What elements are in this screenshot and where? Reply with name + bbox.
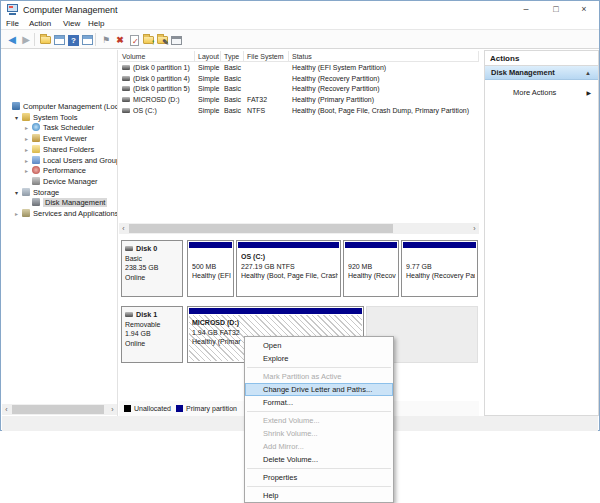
folder-up-icon[interactable]: ↑ — [141, 33, 155, 47]
console-box-icon[interactable] — [169, 33, 183, 47]
partition-text: 500 MBHealthy (EFI S — [192, 252, 231, 281]
scroll-left-icon[interactable]: ‹ — [119, 223, 128, 234]
close-button[interactable]: × — [571, 1, 597, 18]
menu-item-change-drive-letter-and-paths[interactable]: Change Drive Letter and Paths... — [245, 383, 393, 396]
partition-text: 920 MBHealthy (Recov — [348, 252, 396, 281]
column-header-status[interactable]: Status — [289, 51, 479, 62]
titlebar: Computer Management – □ × — [1, 1, 599, 18]
cell-file-system — [244, 62, 289, 73]
sidebar-item-disk-management[interactable]: Disk Management — [25, 197, 107, 208]
menu-help[interactable]: Help — [88, 19, 104, 28]
tree-item-label: Event Viewer — [43, 134, 87, 143]
sidebar-item-device-manager[interactable]: Device Manager — [25, 176, 98, 187]
tree-item-label: Performance — [43, 166, 86, 175]
disk-label[interactable]: Disk 0Basic238.35 GBOnline — [121, 240, 183, 297]
disk-size: 1.94 GB — [125, 329, 182, 339]
delete-icon[interactable] — [113, 33, 127, 47]
window-title: Computer Management — [23, 5, 118, 15]
partition-size: 920 MB — [348, 262, 396, 272]
maximize-button[interactable]: □ — [543, 1, 569, 18]
more-actions[interactable]: More Actions ▶ — [485, 87, 598, 99]
partition-500-mb[interactable]: 500 MBHealthy (EFI S — [187, 240, 234, 297]
partition-920-mb[interactable]: 920 MBHealthy (Recov — [343, 240, 399, 297]
chevron-collapsed-icon[interactable]: ▸ — [15, 209, 22, 220]
menu-action[interactable]: Action — [29, 19, 51, 28]
table-row[interactable]: (Disk 0 partition 1)SimpleBasicHealthy (… — [119, 62, 479, 73]
volume-icon — [122, 65, 130, 70]
menu-item-delete-volume[interactable]: Delete Volume... — [245, 453, 393, 466]
callout-icon[interactable] — [99, 33, 113, 47]
scroll-right-icon[interactable]: › — [470, 223, 479, 234]
tree-item-label: Disk Management — [43, 198, 107, 207]
tree-item-label: Device Manager — [43, 177, 98, 186]
menu-item-add-mirror: Add Mirror... — [245, 440, 393, 453]
more-actions-label: More Actions — [513, 88, 556, 97]
sidebar-item-shared-folders[interactable]: ▸Shared Folders — [25, 144, 94, 155]
menu-item-shrink-volume: Shrink Volume... — [245, 427, 393, 440]
scrollbar-thumb[interactable] — [12, 405, 104, 414]
sidebar-item-computer-management-local[interactable]: Computer Management (Local — [5, 101, 118, 112]
sidebar-item-services-and-applications[interactable]: ▸Services and Applications — [15, 208, 118, 219]
scrollbar-thumb[interactable] — [129, 224, 393, 233]
window-icon[interactable] — [52, 33, 66, 47]
disk-row-disk-0: Disk 0Basic238.35 GBOnline500 MBHealthy … — [119, 240, 479, 297]
scroll-left-icon[interactable]: ‹ — [2, 404, 11, 415]
chevron-expanded-icon[interactable]: ▾ — [15, 188, 22, 199]
tree-horizontal-scrollbar[interactable]: ‹ › — [2, 404, 117, 415]
menu-item-format[interactable]: Format... — [245, 396, 393, 409]
collapse-icon[interactable]: ▲ — [585, 66, 591, 80]
help-icon[interactable]: ? — [66, 33, 80, 47]
disk-status: Online — [125, 339, 182, 349]
column-header-file-system[interactable]: File System — [244, 51, 289, 62]
column-header-layout[interactable]: Layout — [195, 51, 221, 62]
tree-item-label: Services and Applications — [33, 209, 118, 218]
folder-edit-icon[interactable]: ✎ — [155, 33, 169, 47]
cell-layout: Simple — [195, 62, 221, 73]
column-header-volume[interactable]: Volume — [119, 51, 195, 62]
table-row[interactable]: OS (C:)SimpleBasicNTFSHealthy (Boot, Pag… — [119, 105, 479, 116]
menu-view[interactable]: View — [63, 19, 80, 28]
sidebar-item-event-viewer[interactable]: ▸Event Viewer — [25, 133, 87, 144]
console-tree-icon[interactable] — [38, 33, 52, 47]
performance-icon — [32, 166, 40, 174]
menu-file[interactable]: File — [6, 19, 19, 28]
partition-os-c[interactable]: OS (C:)227.19 GB NTFSHealthy (Boot, Page… — [236, 240, 341, 297]
chevron-right-icon: ▶ — [586, 87, 591, 99]
partition-9-77-gb[interactable]: 9.77 GBHealthy (Recovery Par — [401, 240, 478, 297]
actions-group-disk-management[interactable]: Disk Management ▲ — [485, 66, 598, 80]
properties-window-icon[interactable] — [80, 33, 94, 47]
menu-item-properties[interactable]: Properties — [245, 471, 393, 484]
disk-icon — [125, 246, 133, 251]
cell-file-system: FAT32 — [244, 94, 289, 105]
check-document-icon[interactable] — [127, 33, 141, 47]
toolbar-separator — [34, 33, 35, 46]
menu-separator — [245, 409, 393, 414]
partition-type-band — [345, 242, 397, 248]
forward-icon[interactable] — [19, 33, 33, 47]
sidebar-item-performance[interactable]: ▸Performance — [25, 165, 86, 176]
toolbar-separator — [95, 33, 96, 46]
cell-file-system: NTFS — [244, 105, 289, 116]
menu-item-explore[interactable]: Explore — [245, 352, 393, 365]
actions-group-label: Disk Management — [491, 68, 555, 77]
minimize-button[interactable]: – — [513, 1, 539, 18]
menubar: FileActionViewHelp — [1, 18, 599, 29]
actions-pane: Actions Disk Management ▲ More Actions ▶ — [484, 50, 599, 416]
back-icon[interactable] — [5, 33, 19, 47]
volume-list-horizontal-scrollbar[interactable]: ‹ › — [119, 223, 479, 234]
tree-item-label: System Tools — [33, 113, 77, 122]
legend-swatch — [124, 405, 131, 412]
partition-type-band — [403, 242, 476, 248]
scroll-right-icon[interactable]: › — [108, 404, 117, 415]
sidebar-item-task-scheduler[interactable]: ▸Task Scheduler — [25, 122, 94, 133]
table-row[interactable]: MICROSD (D:)SimpleBasicFAT32Healthy (Pri… — [119, 94, 479, 105]
menu-item-open[interactable]: Open — [245, 339, 393, 352]
menu-separator — [245, 466, 393, 471]
menu-item-help[interactable]: Help — [245, 489, 393, 502]
cell-type: Basic — [221, 94, 244, 105]
menu-separator — [245, 365, 393, 370]
disk-label[interactable]: Disk 1Removable1.94 GBOnline — [121, 306, 183, 363]
column-header-type[interactable]: Type — [221, 51, 244, 62]
table-row[interactable]: (Disk 0 partition 5)SimpleBasicHealthy (… — [119, 83, 479, 94]
chevron-expanded-icon[interactable]: ▾ — [15, 113, 22, 124]
